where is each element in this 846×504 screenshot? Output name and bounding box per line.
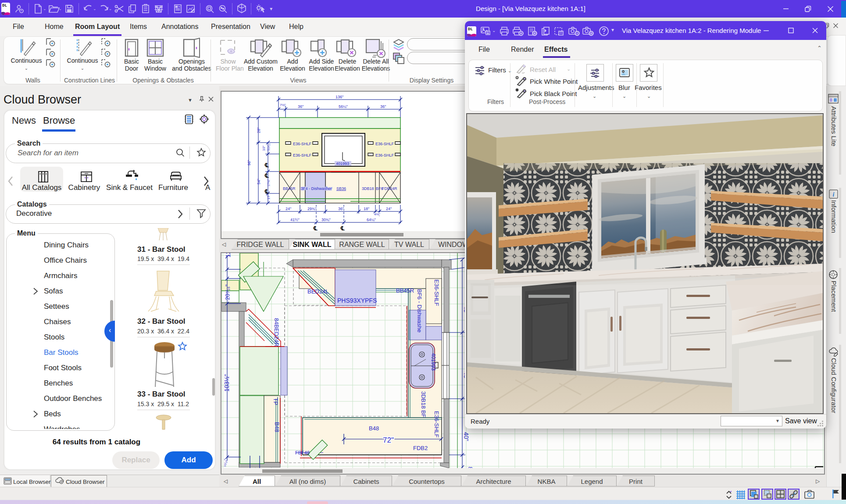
svg-text:17": 17" bbox=[267, 194, 271, 200]
svg-text:¹⁵⁄₁₆": ¹⁵⁄₁₆" bbox=[223, 459, 228, 467]
svg-text:41½": 41½" bbox=[290, 218, 300, 222]
svg-text:136": 136" bbox=[336, 95, 343, 99]
svg-text:4½": 4½" bbox=[374, 212, 380, 216]
svg-text:96": 96" bbox=[247, 160, 251, 165]
svg-text:PHS93XYPFS: PHS93XYPFS bbox=[337, 297, 377, 304]
svg-text:℄: ℄ bbox=[264, 162, 269, 168]
svg-text:3DB18: 3DB18 bbox=[362, 186, 374, 191]
svg-text:40": 40" bbox=[463, 432, 470, 441]
svg-text:84BED24R: 84BED24R bbox=[273, 318, 280, 347]
svg-text:36": 36" bbox=[338, 207, 344, 211]
svg-text:SB36: SB36 bbox=[336, 186, 346, 191]
svg-text:103½": 103½" bbox=[223, 374, 230, 392]
svg-text:64¼": 64¼" bbox=[367, 218, 376, 222]
svg-text:℄: ℄ bbox=[264, 172, 269, 179]
svg-text:BB45R: BB45R bbox=[283, 186, 296, 191]
svg-text:FBF48: FBF48 bbox=[295, 450, 310, 455]
svg-text:B48: B48 bbox=[369, 425, 379, 432]
svg-text:36": 36" bbox=[298, 104, 303, 109]
svg-text:BF6 - Dishwashe: BF6 - Dishwashe bbox=[416, 289, 423, 332]
svg-text:E36-SHLF: E36-SHLF bbox=[293, 153, 312, 157]
svg-text:12": 12" bbox=[225, 253, 232, 257]
svg-text:29¾": 29¾" bbox=[307, 207, 317, 211]
svg-text:24": 24" bbox=[386, 207, 392, 211]
svg-text:30¾": 30¾" bbox=[321, 218, 331, 222]
svg-text:TP: TP bbox=[272, 398, 279, 405]
svg-text:3DB18 BF: 3DB18 BF bbox=[420, 391, 427, 418]
svg-text:E36-SHLF: E36-SHLF bbox=[375, 153, 394, 157]
svg-text:B48: B48 bbox=[274, 422, 280, 432]
svg-text:E36-SHLF: E36-SHLF bbox=[293, 142, 312, 146]
svg-text:401993: 401993 bbox=[336, 161, 349, 166]
svg-text:54": 54" bbox=[257, 179, 261, 184]
svg-text:E36-SHLF: E36-SHLF bbox=[433, 411, 440, 438]
svg-text:17¾": 17¾" bbox=[267, 179, 270, 186]
svg-text:10": 10" bbox=[262, 146, 266, 151]
svg-text:28": 28" bbox=[257, 127, 261, 133]
svg-text:72": 72" bbox=[383, 436, 394, 444]
svg-text:24": 24" bbox=[286, 207, 291, 211]
svg-text:401993: 401993 bbox=[430, 353, 436, 371]
svg-text:3F4 - Dishwasher: 3F4 - Dishwasher bbox=[301, 186, 332, 191]
svg-text:36": 36" bbox=[380, 104, 386, 109]
svg-text:℄: ℄ bbox=[313, 225, 318, 232]
svg-text:18": 18" bbox=[364, 207, 369, 211]
svg-text:56¼": 56¼" bbox=[339, 104, 348, 109]
svg-text:FDB24R: FDB24R bbox=[382, 186, 397, 191]
svg-text:E36-SHLF: E36-SHLF bbox=[375, 142, 394, 146]
svg-text:℄: ℄ bbox=[264, 188, 269, 195]
svg-text:BED24L: BED24L bbox=[307, 288, 328, 295]
svg-text:20⁷⁄₁₆": 20⁷⁄₁₆" bbox=[224, 284, 231, 300]
svg-text:℄: ℄ bbox=[340, 225, 345, 232]
svg-text:i: i bbox=[833, 191, 835, 198]
svg-text:51¹⁄₁₆": 51¹⁄₁₆" bbox=[267, 142, 270, 150]
svg-text:BB45R: BB45R bbox=[396, 287, 414, 294]
svg-text:FDB2: FDB2 bbox=[413, 445, 428, 451]
svg-text:E36-SHLF: E36-SHLF bbox=[433, 279, 440, 306]
svg-text:7½": 7½" bbox=[280, 103, 286, 107]
